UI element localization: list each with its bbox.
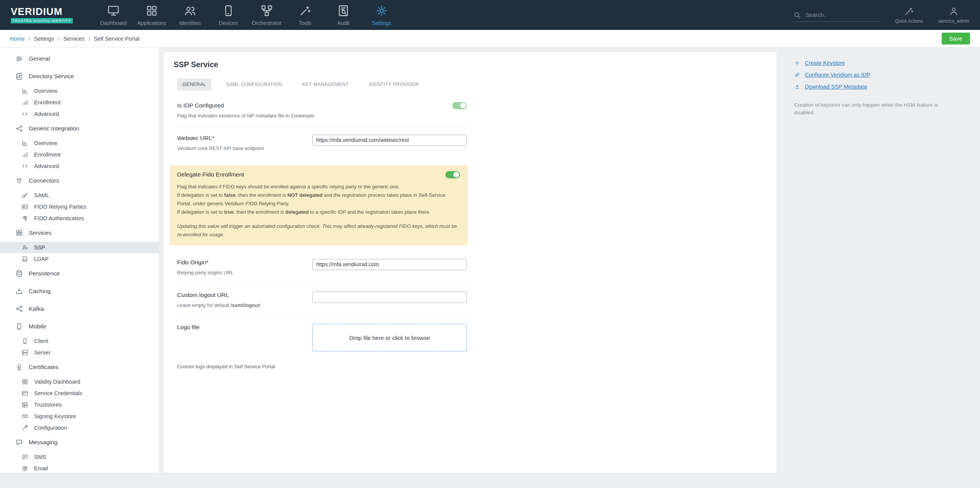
sidebar-item[interactable]: Overview	[0, 85, 159, 97]
sidebar-item[interactable]: Services	[0, 224, 159, 242]
brand-name: VERIDIUM	[11, 7, 73, 16]
code-icon	[21, 110, 28, 117]
action-link[interactable]: Create Keystore	[794, 60, 970, 66]
sidebar-item[interactable]: SMS	[0, 451, 159, 463]
tab[interactable]: GENERAL	[177, 78, 212, 91]
person-up-icon	[21, 244, 28, 251]
tab[interactable]: SAML CONFIGURATION	[221, 78, 287, 91]
plus-icon	[794, 60, 800, 66]
sidebar-item[interactable]: Certificates	[0, 358, 159, 376]
sidebar-item-label: FIDO Authenticators	[34, 215, 84, 221]
logo-dropzone[interactable]: Drop file here or click to browse	[312, 324, 467, 351]
custom-logout-input[interactable]	[312, 292, 467, 303]
sidebar-item[interactable]: Service Credentials	[0, 387, 159, 399]
top-navigation: VERIDIUM TRUSTED DIGITAL IDENTITY Dashbo…	[0, 0, 980, 30]
websec-url-input[interactable]	[312, 135, 467, 146]
share-nodes-icon	[15, 305, 23, 313]
delegate-fido-description-2: If delegation is set to false, then the …	[177, 191, 460, 208]
nav-item-label: Dashboard	[100, 20, 126, 26]
nav-item[interactable]: Identities	[171, 0, 209, 30]
grid-icon	[21, 378, 28, 385]
sidebar-item[interactable]: Overview	[0, 137, 159, 149]
sidebar-item[interactable]: Signing Keystore	[0, 411, 159, 422]
brand-logo[interactable]: VERIDIUM TRUSTED DIGITAL IDENTITY	[11, 7, 73, 23]
nav-item[interactable]: Applications	[133, 0, 171, 30]
sidebar-item[interactable]: Messaging	[0, 434, 159, 451]
sidebar-item[interactable]: Directory Service	[0, 68, 159, 85]
sidebar-item[interactable]: Caching	[0, 282, 159, 300]
is-idp-configured-toggle[interactable]	[452, 102, 467, 109]
certificate-icon	[15, 363, 23, 371]
sidebar-item[interactable]: Enrollment	[0, 97, 159, 108]
sidebar-item[interactable]: Connectors	[0, 172, 159, 190]
sidebar-item[interactable]: LDAP	[0, 253, 159, 265]
sidebar-item[interactable]: Enrollment	[0, 149, 159, 160]
sidebar-item-label: Advanced	[34, 163, 59, 169]
settings-sidebar: General Directory Service Overview Enrol…	[0, 48, 159, 473]
fido-origin-input[interactable]	[312, 259, 467, 270]
sidebar-item-label: Service Credentials	[34, 390, 82, 396]
breadcrumb-item[interactable]: Self Service Portal	[94, 36, 140, 42]
sidebar-item-label: Truststores	[34, 402, 62, 408]
sidebar-item[interactable]: Email	[0, 463, 159, 473]
devices-icon	[222, 4, 235, 17]
breadcrumb-item[interactable]: Settings	[34, 36, 54, 42]
sidebar-item[interactable]: Kafka	[0, 300, 159, 318]
sidebar-item[interactable]: Truststores	[0, 399, 159, 411]
primary-nav: Dashboard Applications Identities Device…	[94, 0, 401, 30]
orchestrator-icon	[260, 4, 273, 17]
tools-icon	[299, 4, 312, 17]
chat-icon	[21, 453, 28, 460]
sidebar-item-label: FIDO Relying Parties	[34, 204, 86, 210]
quick-actions-button[interactable]: Quick Actions	[895, 6, 923, 24]
nav-item[interactable]: Devices	[209, 0, 248, 30]
is-idp-configured-label: Is IDP Configured	[177, 102, 443, 109]
sidebar-item[interactable]: Server	[0, 347, 159, 358]
sidebar-item-label: SSP	[34, 244, 45, 251]
sidebar-item[interactable]: Advanced	[0, 108, 159, 120]
sidebar-item[interactable]: Advanced	[0, 160, 159, 172]
action-link[interactable]: Download SSP Metadata	[794, 84, 970, 90]
user-menu[interactable]: aencica_admin	[938, 6, 969, 24]
dashboard-icon	[107, 4, 120, 17]
breadcrumb-item[interactable]: Services	[63, 36, 85, 42]
search-input[interactable]	[805, 11, 879, 18]
sidebar-item[interactable]: FIDO Authenticators	[0, 213, 159, 224]
nav-item[interactable]: Audit	[324, 0, 363, 30]
identities-icon	[184, 4, 197, 17]
delegate-fido-toggle[interactable]	[445, 171, 460, 178]
nav-item-label: Applications	[137, 20, 166, 26]
sidebar-item[interactable]: SSP	[0, 242, 159, 253]
nav-item[interactable]: Dashboard	[94, 0, 133, 30]
action-link[interactable]: Configure Veridium as IDP	[794, 72, 970, 78]
tab[interactable]: KEY MANAGEMENT	[297, 78, 354, 91]
actions-panel: Create Keystore Configure Veridium as ID…	[776, 48, 980, 473]
save-button[interactable]: Save	[942, 33, 970, 45]
action-link-label: Create Keystore	[805, 60, 845, 66]
keystore-actions: Create Keystore Configure Veridium as ID…	[794, 60, 970, 90]
integration-icon	[15, 125, 23, 132]
sidebar-item[interactable]: Persistence	[0, 265, 159, 282]
nav-item[interactable]: Settings	[363, 0, 401, 30]
wrench-icon	[21, 424, 28, 431]
nav-item[interactable]: Tools	[286, 0, 324, 30]
tab[interactable]: IDENTITY PROVIDER	[363, 78, 424, 91]
sidebar-item[interactable]: Client	[0, 335, 159, 347]
chart-icon	[21, 87, 28, 94]
breadcrumb-item[interactable]: Home	[10, 36, 25, 42]
sidebar-item[interactable]: Validity Dashboard	[0, 376, 159, 387]
sidebar-item[interactable]: Generic Integration	[0, 120, 159, 137]
nav-item-label: Identities	[179, 20, 201, 26]
sidebar-item-label: Server	[34, 350, 51, 356]
breadcrumb-separator: /	[89, 36, 90, 42]
applications-icon	[145, 4, 158, 17]
sidebar-item[interactable]: FIDO Relying Parties	[0, 201, 159, 213]
sidebar-item[interactable]: Configuration	[0, 422, 159, 434]
delegate-fido-label: Delegate Fido Enrollment	[177, 171, 244, 178]
sidebar-item[interactable]: General	[0, 50, 159, 68]
is-idp-configured-description: Flag that indicates existence of IdP met…	[177, 112, 443, 120]
sidebar-item[interactable]: Mobile	[0, 318, 159, 335]
nav-item[interactable]: Orchestrator	[248, 0, 286, 30]
sidebar-item-label: Connectors	[29, 177, 59, 184]
sidebar-item[interactable]: SAML	[0, 190, 159, 201]
